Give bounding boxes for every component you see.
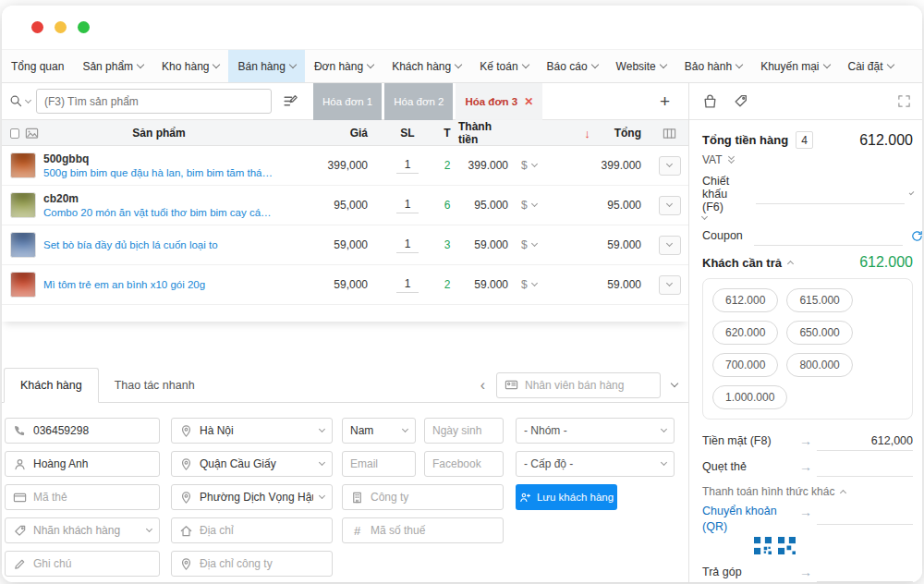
- arrow-right-icon[interactable]: →: [795, 565, 817, 579]
- nav-promotions[interactable]: Khuyến mại: [751, 50, 838, 82]
- chevron-up-icon[interactable]: [787, 261, 794, 267]
- chevron-down-icon[interactable]: [909, 190, 915, 196]
- search-type-selector[interactable]: [2, 94, 36, 108]
- company-address-field[interactable]: [171, 551, 333, 577]
- quick-amount-chip[interactable]: 800.000: [786, 353, 852, 377]
- card-code-field[interactable]: [5, 484, 160, 510]
- district-select[interactable]: Quận Cầu Giấy: [171, 451, 333, 477]
- customer-label-select[interactable]: Nhãn khách hàng: [5, 517, 160, 543]
- level-select[interactable]: - Cấp độ -: [516, 451, 675, 477]
- customer-note-input[interactable]: [33, 557, 152, 570]
- facebook-input[interactable]: [432, 457, 495, 470]
- select-all-checkbox[interactable]: [10, 128, 19, 139]
- invoice-tab-3[interactable]: Hóa đơn 3✕: [456, 83, 542, 120]
- tax-code-field[interactable]: #: [342, 517, 504, 543]
- close-icon[interactable]: ✕: [524, 95, 533, 108]
- ward-select[interactable]: Phường Dịch Vọng Hậu: [171, 484, 333, 510]
- transfer-row[interactable]: Chuyển khoản (QR) →: [702, 505, 913, 533]
- quantity-input[interactable]: 1: [396, 158, 419, 174]
- phone-input[interactable]: [33, 424, 152, 437]
- product-list-toggle-icon[interactable]: [283, 93, 298, 109]
- product-name-link[interactable]: Mì tôm trẻ em an bình x10 gói 20g: [43, 279, 205, 290]
- table-row[interactable]: Set bò bía đầy đủ bịch lá cuốn loại to 5…: [2, 225, 688, 265]
- qr-code-icon[interactable]: [778, 537, 796, 554]
- arrow-right-icon[interactable]: →: [795, 505, 817, 519]
- customer-name-field[interactable]: [5, 451, 160, 477]
- product-search-input[interactable]: [44, 95, 263, 108]
- nav-sales[interactable]: Bán hàng: [228, 50, 304, 82]
- price-cell[interactable]: 95,000: [279, 199, 379, 212]
- invoice-tab-2[interactable]: Hóa đơn 2: [384, 83, 453, 120]
- cash-row[interactable]: Tiền mặt (F8) →: [702, 431, 913, 451]
- group-select[interactable]: - Nhóm -: [516, 418, 675, 444]
- col-price[interactable]: Giá: [279, 127, 379, 140]
- col-stock[interactable]: T: [436, 127, 458, 140]
- table-row[interactable]: cb20m Combo 20 món ăn vặt tuổi thơ bim b…: [2, 186, 688, 225]
- nav-warranty[interactable]: Bảo hành: [675, 50, 751, 82]
- quick-amount-chip[interactable]: 650.000: [786, 321, 852, 345]
- price-cell[interactable]: 59,000: [279, 238, 379, 251]
- nav-warehouse[interactable]: Kho hàng: [152, 50, 228, 82]
- quick-amount-chip[interactable]: 1.000.000: [712, 385, 787, 409]
- nav-customers[interactable]: Khách hàng: [383, 50, 470, 82]
- picture-icon[interactable]: [25, 127, 39, 140]
- table-row[interactable]: 500gbbq 500g bim bim que đậu hà lan, bim…: [2, 146, 688, 186]
- refresh-icon[interactable]: [910, 229, 922, 243]
- nav-orders[interactable]: Đơn hàng: [305, 50, 383, 82]
- company-field[interactable]: [342, 484, 504, 510]
- birthday-field[interactable]: [424, 418, 504, 444]
- price-tag-icon[interactable]: [733, 93, 748, 109]
- product-name-link[interactable]: Set bò bía đầy đủ bịch lá cuốn loại to: [43, 239, 218, 250]
- quick-amount-chip[interactable]: 615.000: [786, 288, 852, 312]
- price-cell[interactable]: 399,000: [279, 159, 379, 172]
- nav-reports[interactable]: Báo cáo: [538, 50, 607, 82]
- arrow-right-icon[interactable]: →: [795, 433, 817, 448]
- nav-products[interactable]: Sản phẩm: [73, 50, 152, 82]
- address-input[interactable]: [200, 524, 324, 537]
- expand-panel-icon[interactable]: [671, 380, 678, 387]
- customer-note-field[interactable]: [5, 551, 160, 577]
- quick-amount-chip[interactable]: 700.000: [712, 353, 778, 377]
- other-methods-row[interactable]: Thanh toán hình thức khác: [702, 485, 913, 498]
- city-select[interactable]: Hà Nội: [171, 418, 333, 444]
- col-qty[interactable]: SL: [379, 127, 436, 140]
- quick-amount-chip[interactable]: 612.000: [712, 288, 778, 312]
- discount-expand-row[interactable]: [702, 217, 913, 219]
- installment-row[interactable]: Trả góp →: [702, 562, 913, 582]
- arrow-right-icon[interactable]: →: [795, 459, 817, 474]
- col-subtotal[interactable]: Thành tiền: [458, 120, 512, 146]
- unit-select[interactable]: $: [512, 238, 565, 251]
- tab-customer[interactable]: Khách hàng: [4, 368, 99, 403]
- installment-amount-input[interactable]: [817, 562, 913, 582]
- row-menu-button[interactable]: [659, 275, 681, 295]
- phone-field[interactable]: [5, 418, 160, 444]
- company-input[interactable]: [371, 491, 495, 504]
- vat-row[interactable]: VAT: [702, 153, 913, 166]
- nav-overview[interactable]: Tổng quan: [2, 50, 73, 82]
- unit-select[interactable]: $: [512, 199, 565, 212]
- customer-name-input[interactable]: [33, 457, 152, 470]
- quantity-input[interactable]: 1: [396, 277, 419, 293]
- discount-input[interactable]: [756, 184, 905, 204]
- product-search-box[interactable]: [36, 89, 272, 114]
- product-name-link[interactable]: Combo 20 món ăn vặt tuổi thơ bim bim cay…: [43, 207, 274, 218]
- product-name-link[interactable]: 500g bim bim que đậu hà lan, bim bim tăm…: [43, 167, 274, 178]
- transfer-amount-input[interactable]: [817, 505, 913, 525]
- tax-code-input[interactable]: [371, 524, 495, 537]
- cash-amount-input[interactable]: [817, 431, 913, 451]
- email-field[interactable]: [342, 451, 416, 477]
- nav-accounting[interactable]: Kế toán: [470, 50, 537, 82]
- col-total[interactable]: ↓ Tổng: [565, 127, 650, 140]
- address-field[interactable]: [171, 517, 333, 543]
- coupon-input[interactable]: [754, 225, 903, 246]
- unit-select[interactable]: $: [512, 278, 565, 291]
- tab-quick-actions[interactable]: Thao tác nhanh: [99, 368, 211, 402]
- quantity-input[interactable]: 1: [396, 237, 419, 253]
- minimize-window-button[interactable]: [55, 21, 67, 33]
- card-amount-input[interactable]: [817, 456, 913, 477]
- nav-website[interactable]: Website: [607, 50, 675, 82]
- shopping-bag-icon[interactable]: [702, 93, 718, 109]
- table-row[interactable]: Mì tôm trẻ em an bình x10 gói 20g 59,000…: [2, 265, 688, 305]
- unit-select[interactable]: $: [512, 159, 565, 172]
- discount-row[interactable]: Chiết khấu (F6): [702, 175, 913, 213]
